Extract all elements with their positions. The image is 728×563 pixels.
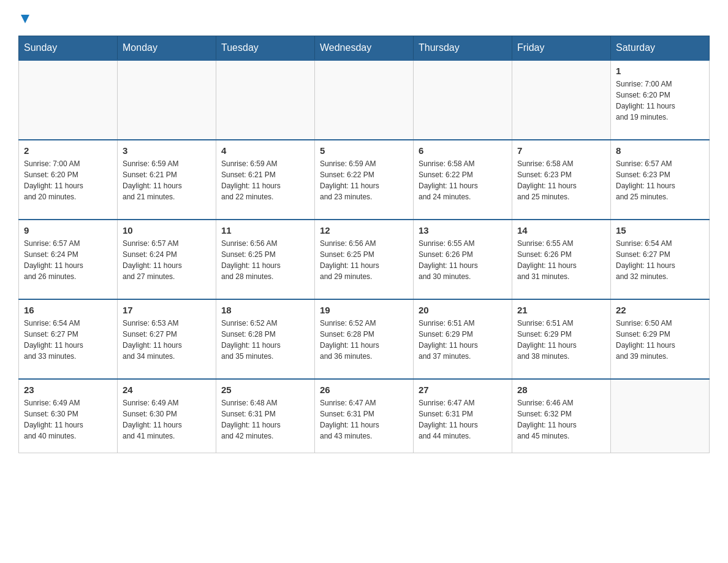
calendar-cell: 19Sunrise: 6:52 AM Sunset: 6:28 PM Dayli…	[315, 299, 414, 379]
day-info: Sunrise: 6:52 AM Sunset: 6:28 PM Dayligh…	[221, 318, 309, 362]
day-number: 9	[24, 225, 112, 236]
day-number: 12	[320, 225, 408, 236]
calendar-cell: 1Sunrise: 7:00 AM Sunset: 6:20 PM Daylig…	[611, 60, 710, 140]
day-info: Sunrise: 6:59 AM Sunset: 6:22 PM Dayligh…	[320, 158, 408, 202]
calendar-cell: 15Sunrise: 6:54 AM Sunset: 6:27 PM Dayli…	[611, 220, 710, 299]
day-info: Sunrise: 6:54 AM Sunset: 6:27 PM Dayligh…	[616, 238, 704, 282]
calendar-cell: 18Sunrise: 6:52 AM Sunset: 6:28 PM Dayli…	[216, 299, 315, 379]
calendar-cell: 2Sunrise: 7:00 AM Sunset: 6:20 PM Daylig…	[19, 140, 118, 220]
day-number: 10	[123, 225, 211, 236]
day-info: Sunrise: 6:58 AM Sunset: 6:22 PM Dayligh…	[419, 158, 507, 202]
calendar-cell: 9Sunrise: 6:57 AM Sunset: 6:24 PM Daylig…	[19, 220, 118, 299]
calendar-cell: 21Sunrise: 6:51 AM Sunset: 6:29 PM Dayli…	[512, 299, 611, 379]
day-number: 14	[517, 225, 605, 236]
calendar-cell	[414, 60, 512, 140]
day-number: 23	[24, 385, 112, 395]
calendar-cell: 5Sunrise: 6:59 AM Sunset: 6:22 PM Daylig…	[315, 140, 414, 220]
day-number: 13	[419, 225, 507, 236]
day-info: Sunrise: 6:55 AM Sunset: 6:26 PM Dayligh…	[419, 238, 507, 282]
day-number: 19	[320, 305, 408, 315]
logo-triangle-icon	[18, 12, 32, 26]
day-number: 16	[24, 305, 112, 315]
calendar-cell	[19, 60, 118, 140]
calendar-cell: 23Sunrise: 6:49 AM Sunset: 6:30 PM Dayli…	[19, 379, 118, 453]
day-info: Sunrise: 6:57 AM Sunset: 6:24 PM Dayligh…	[24, 238, 112, 282]
day-info: Sunrise: 6:49 AM Sunset: 6:30 PM Dayligh…	[123, 397, 211, 442]
day-number: 27	[419, 385, 507, 395]
day-info: Sunrise: 6:52 AM Sunset: 6:28 PM Dayligh…	[320, 318, 408, 362]
day-info: Sunrise: 6:53 AM Sunset: 6:27 PM Dayligh…	[123, 318, 211, 362]
day-number: 25	[221, 385, 309, 395]
day-info: Sunrise: 6:51 AM Sunset: 6:29 PM Dayligh…	[419, 318, 507, 362]
day-number: 17	[123, 305, 211, 315]
calendar-cell: 26Sunrise: 6:47 AM Sunset: 6:31 PM Dayli…	[315, 379, 414, 453]
calendar-cell	[512, 60, 611, 140]
day-number: 24	[123, 385, 211, 395]
day-number: 4	[221, 145, 309, 156]
day-info: Sunrise: 6:57 AM Sunset: 6:24 PM Dayligh…	[123, 238, 211, 282]
day-info: Sunrise: 7:00 AM Sunset: 6:20 PM Dayligh…	[616, 79, 704, 123]
calendar-cell	[118, 60, 216, 140]
calendar-cell: 11Sunrise: 6:56 AM Sunset: 6:25 PM Dayli…	[216, 220, 315, 299]
day-info: Sunrise: 6:54 AM Sunset: 6:27 PM Dayligh…	[24, 318, 112, 362]
day-number: 11	[221, 225, 309, 236]
calendar-cell	[315, 60, 414, 140]
calendar-cell: 7Sunrise: 6:58 AM Sunset: 6:23 PM Daylig…	[512, 140, 611, 220]
day-number: 28	[517, 385, 605, 395]
weekday-header-monday: Monday	[118, 36, 216, 61]
calendar-cell: 6Sunrise: 6:58 AM Sunset: 6:22 PM Daylig…	[414, 140, 512, 220]
day-number: 8	[616, 145, 704, 156]
calendar-week-3: 9Sunrise: 6:57 AM Sunset: 6:24 PM Daylig…	[19, 220, 710, 299]
day-number: 3	[123, 145, 211, 156]
day-number: 18	[221, 305, 309, 315]
calendar-cell: 25Sunrise: 6:48 AM Sunset: 6:31 PM Dayli…	[216, 379, 315, 453]
day-number: 2	[24, 145, 112, 156]
weekday-header-saturday: Saturday	[611, 36, 710, 61]
day-number: 5	[320, 145, 408, 156]
calendar-week-5: 23Sunrise: 6:49 AM Sunset: 6:30 PM Dayli…	[19, 379, 710, 453]
page-header	[18, 12, 710, 26]
day-info: Sunrise: 6:47 AM Sunset: 6:31 PM Dayligh…	[419, 397, 507, 442]
day-info: Sunrise: 6:55 AM Sunset: 6:26 PM Dayligh…	[517, 238, 605, 282]
calendar-cell: 14Sunrise: 6:55 AM Sunset: 6:26 PM Dayli…	[512, 220, 611, 299]
weekday-header-sunday: Sunday	[19, 36, 118, 61]
calendar-cell: 3Sunrise: 6:59 AM Sunset: 6:21 PM Daylig…	[118, 140, 216, 220]
calendar-week-2: 2Sunrise: 7:00 AM Sunset: 6:20 PM Daylig…	[19, 140, 710, 220]
calendar-cell: 8Sunrise: 6:57 AM Sunset: 6:23 PM Daylig…	[611, 140, 710, 220]
day-info: Sunrise: 6:49 AM Sunset: 6:30 PM Dayligh…	[24, 397, 112, 442]
calendar-cell: 12Sunrise: 6:56 AM Sunset: 6:25 PM Dayli…	[315, 220, 414, 299]
calendar-week-1: 1Sunrise: 7:00 AM Sunset: 6:20 PM Daylig…	[19, 60, 710, 140]
day-number: 20	[419, 305, 507, 315]
calendar-cell: 24Sunrise: 6:49 AM Sunset: 6:30 PM Dayli…	[118, 379, 216, 453]
calendar-cell: 10Sunrise: 6:57 AM Sunset: 6:24 PM Dayli…	[118, 220, 216, 299]
day-info: Sunrise: 6:59 AM Sunset: 6:21 PM Dayligh…	[123, 158, 211, 202]
weekday-header-row: SundayMondayTuesdayWednesdayThursdayFrid…	[19, 36, 710, 61]
day-info: Sunrise: 6:48 AM Sunset: 6:31 PM Dayligh…	[221, 397, 309, 442]
calendar-cell: 16Sunrise: 6:54 AM Sunset: 6:27 PM Dayli…	[19, 299, 118, 379]
weekday-header-tuesday: Tuesday	[216, 36, 315, 61]
day-info: Sunrise: 6:46 AM Sunset: 6:32 PM Dayligh…	[517, 397, 605, 442]
day-number: 15	[616, 225, 704, 236]
day-info: Sunrise: 6:50 AM Sunset: 6:29 PM Dayligh…	[616, 318, 704, 362]
day-info: Sunrise: 6:56 AM Sunset: 6:25 PM Dayligh…	[320, 238, 408, 282]
calendar-cell: 13Sunrise: 6:55 AM Sunset: 6:26 PM Dayli…	[414, 220, 512, 299]
day-number: 21	[517, 305, 605, 315]
calendar-cell	[611, 379, 710, 453]
day-number: 1	[616, 66, 704, 76]
calendar-cell: 4Sunrise: 6:59 AM Sunset: 6:21 PM Daylig…	[216, 140, 315, 220]
calendar-cell	[216, 60, 315, 140]
day-info: Sunrise: 6:59 AM Sunset: 6:21 PM Dayligh…	[221, 158, 309, 202]
calendar-cell: 27Sunrise: 6:47 AM Sunset: 6:31 PM Dayli…	[414, 379, 512, 453]
day-info: Sunrise: 6:47 AM Sunset: 6:31 PM Dayligh…	[320, 397, 408, 442]
day-info: Sunrise: 6:56 AM Sunset: 6:25 PM Dayligh…	[221, 238, 309, 282]
calendar-week-4: 16Sunrise: 6:54 AM Sunset: 6:27 PM Dayli…	[19, 299, 710, 379]
svg-marker-0	[21, 15, 29, 23]
day-number: 6	[419, 145, 507, 156]
day-number: 26	[320, 385, 408, 395]
day-info: Sunrise: 6:51 AM Sunset: 6:29 PM Dayligh…	[517, 318, 605, 362]
weekday-header-friday: Friday	[512, 36, 611, 61]
day-info: Sunrise: 7:00 AM Sunset: 6:20 PM Dayligh…	[24, 158, 112, 202]
calendar-cell: 22Sunrise: 6:50 AM Sunset: 6:29 PM Dayli…	[611, 299, 710, 379]
calendar-cell: 17Sunrise: 6:53 AM Sunset: 6:27 PM Dayli…	[118, 299, 216, 379]
logo	[18, 12, 32, 26]
